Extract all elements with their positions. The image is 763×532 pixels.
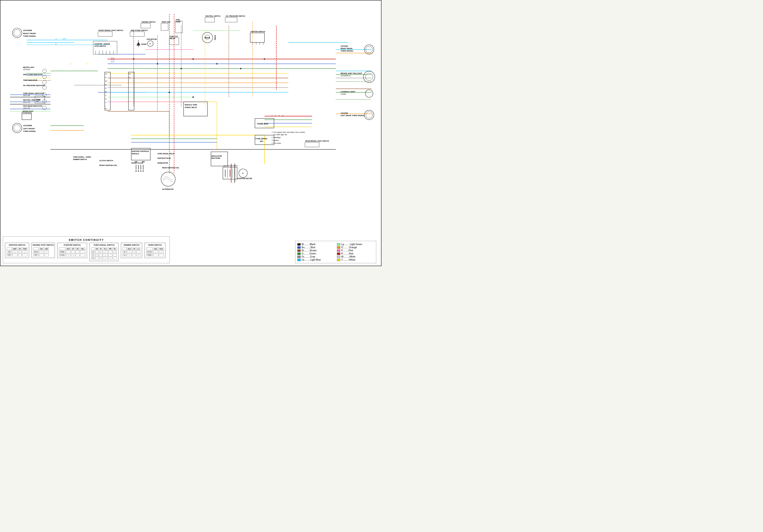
ric-label: REAR IGNITION COIL (162, 167, 179, 168)
lfts-label: 12V23/8W (23, 125, 32, 127)
wire-y-bl2: Y/Bl (69, 63, 72, 64)
sm-label: STARTING MOTOR (237, 178, 252, 179)
lcb-text2: IO (105, 77, 107, 78)
legend-white: W.........White (337, 256, 374, 258)
ip-label: IGNITION PULSE (158, 158, 171, 159)
legend-lightgreen: Lg.........Light Green (337, 243, 374, 246)
svg-rect-0 (3, 7, 379, 214)
orange-swatch (337, 246, 340, 249)
front-ign-coil-group: FRONT IGNITION COIL (99, 164, 117, 166)
fn2: 2. Headlight (272, 137, 280, 139)
wl-bu-r: Bu/R (111, 57, 114, 59)
rfts-label3: TURN SIGNAL (23, 35, 36, 37)
ll-label: LICENCE LIGHT (341, 91, 355, 93)
svg-point-154 (192, 96, 194, 98)
neutral-ind-label: NEUTRAL INDICATOR (23, 99, 41, 101)
svg-point-148 (180, 68, 182, 69)
neutral-ind-spec: 12V1.7W (23, 101, 30, 103)
svg-point-150 (216, 63, 218, 64)
brown-label: Br.........Brown (302, 249, 317, 252)
fp-label2: PUMP (176, 21, 180, 23)
headlight-label: HEADLIGHT (22, 110, 34, 112)
eng-stop-title: ENGINE STOP SWITCH (33, 244, 54, 246)
fn4: 4. Fan motor (272, 142, 281, 144)
ts-ind-label: TURN SIGNAL INDICATOR (23, 92, 44, 94)
brown-swatch (297, 250, 301, 252)
ns-label: NEUTRAL SWITCH (205, 15, 221, 17)
wl-bu-w: Bu/W (111, 59, 115, 60)
blue-swatch (297, 246, 301, 249)
lightgreen-label: Lg.........Light Green (341, 243, 362, 246)
sess-label2: STOP SWITCH (94, 45, 106, 47)
legend-lightblue: Lb.........Light Blue (297, 259, 335, 261)
lcb-text11: Bu (105, 108, 107, 109)
lcb-text4: Br (105, 84, 107, 85)
rr-ts-label2: RIGHT REAR (341, 48, 352, 50)
gray-label: Gr.........Gray (302, 256, 315, 258)
lr-ts-label2: LEFT REAR TURN SIGNAL (341, 114, 365, 117)
fp4: 4 (282, 115, 283, 116)
lightblue-swatch (297, 259, 301, 261)
pink-label: P.........Pink (341, 249, 353, 252)
switch-items-container: IGNITION SWITCH BATIGFAN ON○○○ OFF ENGIN… (5, 243, 167, 261)
rr-ts-label3: TURN SIGNAL (341, 50, 354, 52)
legend-gray: Gr.........Gray (297, 256, 335, 258)
starter-sw-table: IG2STHLHL1 FREE PUSH○○ (58, 247, 86, 257)
lightblue-label: Lb.........Light Blue (302, 259, 321, 261)
wiring-diagram: 12V23/8W RIGHT FRONT TURN SIGNAL 12V23/8… (3, 3, 379, 217)
rfts-label: 12V23/8W (23, 29, 32, 32)
legend-grid: Bl.........Black Lg.........Light Green … (297, 243, 374, 261)
rcb-text2: IO (129, 77, 131, 78)
fb-label: FUSE BOX (257, 123, 268, 125)
svg-point-146 (133, 58, 135, 60)
green-swatch (297, 253, 301, 255)
rr-label2: RECTIFIER (211, 158, 220, 159)
alt-label: ALTERNATOR (162, 188, 173, 190)
horn-switch-table: HORN SWITCH Ho1Ho2 PUSH○○ FREE (145, 243, 165, 258)
lcb-text7: G (105, 95, 106, 96)
sess-label: STARTER - ENGINE (94, 43, 110, 45)
wl-gr: Gr (111, 63, 113, 64)
legend-brown: Br.........Brown (297, 249, 335, 252)
horn-text: Horn (205, 36, 210, 39)
horn-sw-table: Ho1Ho2 PUSH○○ FREE (146, 247, 164, 257)
main-container: 12V23/8W RIGHT FRONT TURN SIGNAL 12V23/8… (0, 0, 382, 266)
switch-continuity-area: SWITCH CONTINUITY IGNITION SWITCH BATIGF… (3, 236, 170, 263)
fp3: 3 (279, 115, 280, 116)
lfts-label2: LEFT FRONT (23, 128, 35, 130)
fp-label: FUEL (176, 19, 180, 21)
legend-yellow: Y.........Yellow (337, 259, 374, 261)
mts-relay-label: MODULE TURN (185, 104, 197, 106)
eng-stop-table: IG1IG2 RUN○○ OFF (33, 247, 50, 257)
bt-spec: 12V18/5W x2 (341, 75, 351, 76)
generator-label-group: GENEGATOR (158, 162, 168, 164)
tsr-label: TURN SIGNAL RELAY (158, 153, 175, 155)
ts-ind-spec: 12V1.7W (23, 95, 30, 96)
fic-label: FRONT IGNITION COIL (99, 164, 117, 166)
color-legend-area: Bl.........Black Lg.........Light Green … (295, 241, 376, 263)
yellow-swatch (337, 259, 340, 261)
lcb-text10: Y (105, 105, 106, 107)
starter-sw-title: STARTER SWITCH (58, 244, 86, 246)
lfts-label3: TURN SIGNAL (23, 130, 36, 132)
fp2: 2 (275, 115, 276, 116)
fp1: 1 (272, 115, 272, 116)
engine-stop-switch-table: ENGINE STOP SWITCH IG1IG2 RUN○○ OFF (32, 243, 55, 258)
green-label: G.........Green (302, 252, 316, 255)
meter-light-spec: 12V3.4W (23, 69, 30, 70)
ts-sw-title: TURN SIGNAL SWITCH (91, 244, 118, 246)
cs-label: CLUTCH SWITCH (99, 160, 113, 161)
yellow-label: Y.........Yellow (341, 259, 355, 261)
hb-ind-label: HIGH BEAM INDICATOR (23, 105, 42, 107)
tshd-label2: DIMMER SWITCH (73, 159, 87, 160)
ign-sw-label: IGNITION SWITCH (251, 31, 265, 33)
wire-lb-w: Lb (55, 38, 57, 40)
blue-label: Bu.........Blue (302, 246, 315, 249)
white-swatch (337, 256, 340, 258)
oil-pres-ind-label: OIL PRESSURE INDICATOR (23, 85, 45, 86)
fbls-label: FRONT BRAKE LIGHT SWITCH (98, 30, 123, 31)
bt-label: BRAKE AND TAILLIGHT (341, 72, 362, 74)
gen-label: GENEGATOR (158, 162, 168, 164)
lcb-text: SP (105, 73, 107, 75)
ts-sw-table: WRTL1PRPL Lo○○○ N○○ Hi○○○ (91, 247, 118, 260)
